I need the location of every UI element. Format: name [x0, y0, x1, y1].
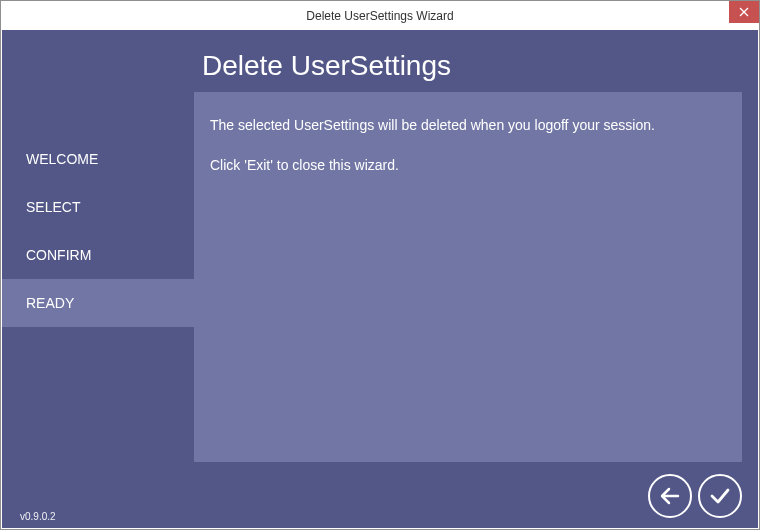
sidebar-item-confirm[interactable]: CONFIRM — [2, 231, 194, 279]
sidebar-item-label: CONFIRM — [26, 247, 91, 263]
close-button[interactable] — [729, 1, 759, 23]
nav-buttons — [648, 474, 742, 518]
sidebar-item-ready[interactable]: READY — [2, 279, 194, 327]
sidebar-item-label: SELECT — [26, 199, 80, 215]
close-icon — [739, 7, 749, 17]
wizard-steps-sidebar: WELCOME SELECT CONFIRM READY — [2, 135, 194, 327]
window-title: Delete UserSettings Wizard — [306, 9, 453, 23]
sidebar-item-select[interactable]: SELECT — [2, 183, 194, 231]
version-label: v0.9.0.2 — [20, 511, 56, 522]
sidebar-item-label: READY — [26, 295, 74, 311]
content-panel: The selected UserSettings will be delete… — [194, 92, 742, 462]
wizard-body: Delete UserSettings WELCOME SELECT CONFI… — [2, 30, 758, 528]
titlebar: Delete UserSettings Wizard — [1, 1, 759, 30]
sidebar-item-welcome[interactable]: WELCOME — [2, 135, 194, 183]
check-icon — [708, 484, 732, 508]
finish-button[interactable] — [698, 474, 742, 518]
back-button[interactable] — [648, 474, 692, 518]
content-line-1: The selected UserSettings will be delete… — [210, 116, 726, 136]
page-title: Delete UserSettings — [202, 50, 451, 82]
arrow-left-icon — [658, 484, 682, 508]
content-line-2: Click 'Exit' to close this wizard. — [210, 156, 726, 176]
sidebar-item-label: WELCOME — [26, 151, 98, 167]
